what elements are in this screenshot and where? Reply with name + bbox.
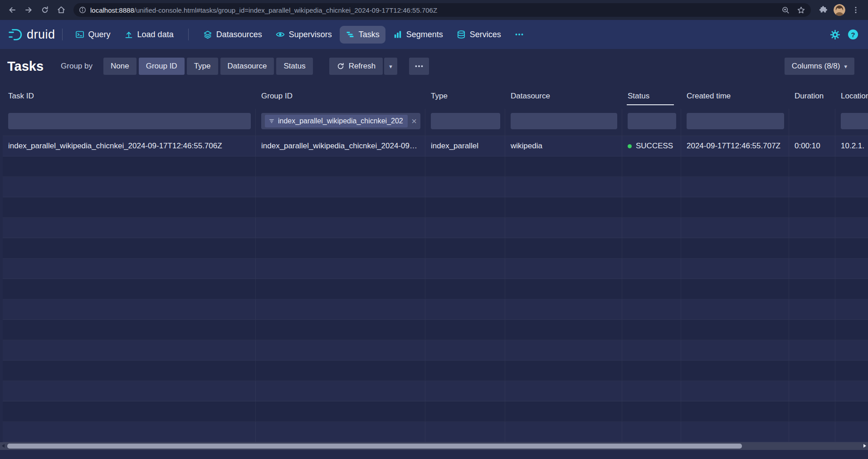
empty-cell — [622, 401, 681, 421]
nav-query[interactable]: Query — [69, 26, 117, 44]
more-actions-button[interactable] — [409, 58, 429, 75]
group-by-datasource[interactable]: Datasource — [220, 58, 274, 75]
empty-cell — [505, 279, 622, 299]
reload-icon — [40, 5, 49, 15]
refresh-button[interactable]: Refresh — [329, 58, 383, 75]
nav-tasks[interactable]: Tasks — [340, 26, 385, 44]
empty-cell — [3, 177, 256, 197]
empty-cell — [256, 259, 425, 278]
status-text: SUCCESS — [636, 136, 673, 156]
nav-services[interactable]: Services — [451, 26, 507, 44]
empty-cell — [789, 279, 835, 299]
empty-cell — [835, 381, 868, 401]
empty-cell — [835, 177, 868, 197]
empty-cell — [789, 401, 835, 421]
horizontal-scrollbar[interactable] — [0, 442, 868, 450]
cell-datasource: wikipedia — [505, 136, 622, 156]
nav-datasources[interactable]: Datasources — [197, 26, 268, 44]
filter-input-group-id[interactable]: index_parallel_wikipedia_chicnkei_202× — [261, 113, 420, 129]
filter-clear-icon[interactable]: × — [411, 117, 417, 126]
empty-cell — [256, 156, 425, 176]
group-by-group-id[interactable]: Group ID — [139, 58, 185, 75]
upload-icon — [124, 30, 133, 39]
empty-cell — [681, 238, 789, 258]
empty-cell — [3, 197, 256, 217]
nav-supervisors[interactable]: Supervisors — [270, 26, 338, 44]
help-icon[interactable]: ? — [848, 29, 858, 39]
column-header-location[interactable]: Location — [835, 83, 868, 109]
extensions-button[interactable] — [815, 2, 831, 18]
scroll-left-arrow[interactable] — [2, 444, 5, 448]
cell-task-id[interactable]: index_parallel_wikipedia_chicnkei_2024-0… — [3, 136, 256, 156]
puzzle-icon — [819, 5, 828, 15]
reload-button[interactable] — [37, 2, 53, 18]
empty-cell — [622, 299, 681, 319]
empty-cell — [505, 259, 622, 278]
forward-button[interactable] — [21, 2, 36, 18]
empty-cell — [256, 401, 425, 421]
avatar[interactable] — [834, 4, 845, 16]
forward-icon — [24, 5, 33, 15]
empty-cell — [835, 299, 868, 319]
empty-cell — [256, 197, 425, 217]
filter-tag[interactable]: index_parallel_wikipedia_chicnkei_202 — [265, 115, 408, 127]
empty-cell — [681, 422, 789, 442]
empty-cell — [3, 361, 256, 381]
browser-menu-button[interactable] — [848, 2, 863, 18]
nav-label: Segments — [406, 30, 443, 39]
filter-input-datasource[interactable] — [511, 113, 617, 129]
scroll-right-arrow[interactable] — [863, 444, 866, 448]
home-button[interactable] — [54, 2, 69, 18]
columns-button[interactable]: Columns (8/8) ▾ — [785, 58, 854, 75]
group-by-none[interactable]: None — [103, 58, 137, 75]
nav-load-data[interactable]: Load data — [118, 26, 180, 44]
empty-cell — [681, 299, 789, 319]
empty-cell — [3, 238, 256, 258]
filter-cell-type — [425, 109, 505, 136]
empty-cell — [3, 218, 256, 238]
empty-cell — [622, 156, 681, 176]
empty-cell — [789, 259, 835, 278]
filter-input-type[interactable] — [431, 113, 500, 129]
column-header-type[interactable]: Type — [425, 83, 505, 109]
nav-more-button[interactable] — [509, 26, 530, 43]
group-by-type[interactable]: Type — [187, 58, 218, 75]
filter-cell-group-id: index_parallel_wikipedia_chicnkei_202× — [256, 109, 425, 136]
site-info-icon[interactable] — [79, 6, 86, 14]
bar-chart-icon — [393, 30, 402, 39]
columns-label: Columns (8/8) — [792, 62, 840, 71]
back-button[interactable] — [5, 2, 20, 18]
column-header-group-id[interactable]: Group ID — [256, 83, 425, 109]
bookmark-star-icon[interactable] — [797, 6, 805, 15]
empty-cell — [835, 422, 868, 442]
settings-gear-icon[interactable] — [830, 29, 840, 40]
home-icon — [57, 5, 66, 15]
refresh-interval-button[interactable]: ▾ — [384, 58, 397, 75]
druid-logo[interactable]: druid — [7, 27, 55, 42]
filter-input-created-time[interactable] — [687, 113, 784, 129]
empty-cell — [681, 320, 789, 340]
nav-segments[interactable]: Segments — [387, 26, 449, 44]
empty-cell — [505, 320, 622, 340]
url-bar[interactable]: localhost:8888/unified-console.html#task… — [73, 3, 811, 17]
column-header-label: Location — [841, 92, 868, 101]
column-header-label: Task ID — [8, 92, 34, 101]
empty-row — [3, 340, 868, 361]
filter-input-task-id[interactable] — [8, 113, 251, 129]
column-header-task-id[interactable]: Task ID — [3, 83, 256, 109]
empty-cell — [681, 361, 789, 381]
zoom-icon[interactable] — [781, 6, 790, 15]
column-header-status[interactable]: Status — [622, 83, 681, 109]
database-icon — [457, 30, 466, 39]
column-header-created-time[interactable]: Created time — [681, 83, 789, 109]
group-by-status[interactable]: Status — [276, 58, 312, 75]
scrollbar-thumb[interactable] — [7, 444, 742, 449]
page-title: Tasks — [7, 59, 44, 74]
task-row[interactable]: index_parallel_wikipedia_chicnkei_2024-0… — [3, 136, 868, 156]
filter-input-location[interactable] — [841, 113, 868, 129]
column-header-duration[interactable]: Duration — [789, 83, 835, 109]
column-header-label: Status — [628, 92, 649, 101]
column-header-datasource[interactable]: Datasource — [505, 83, 622, 109]
filter-input-status[interactable] — [628, 113, 676, 129]
refresh-label: Refresh — [349, 62, 376, 71]
